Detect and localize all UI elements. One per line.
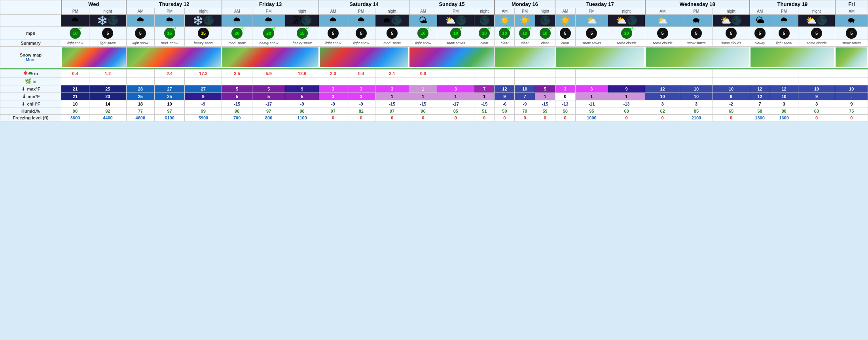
- icon-cell-5: 🌨: [222, 15, 252, 27]
- wind-badge-24: ↩5: [779, 28, 790, 39]
- snow-map-row: Snow mapMore: [0, 47, 868, 68]
- summary-cell-14: clear: [495, 40, 515, 47]
- data-cell-22: -2: [713, 100, 750, 108]
- data-cell-25: 10: [798, 85, 835, 93]
- data-cell-15: -9: [515, 100, 535, 108]
- data-cell-18: 1: [575, 93, 608, 100]
- data-cell-7: 12.6: [285, 70, 319, 77]
- data-cell-4: 5900: [185, 115, 222, 121]
- data-cell-17: 58: [555, 108, 575, 115]
- wind-value-21: 5: [695, 31, 697, 36]
- data-cell-13: 51: [474, 108, 495, 115]
- data-cell-10: -15: [375, 100, 409, 108]
- data-cell-21: 10: [680, 93, 713, 100]
- data-cell-2: -: [126, 70, 154, 77]
- wind-arrow-19: ↩: [630, 26, 633, 30]
- data-cell-24: -: [770, 77, 798, 85]
- wind-badge-18: ↩5: [586, 28, 597, 39]
- period-2-2: night: [285, 8, 319, 15]
- data-cell-12: 3: [437, 85, 474, 93]
- data-cell-12: -: [437, 77, 474, 85]
- day-header-3: Saturday 14: [319, 0, 409, 8]
- weather-icon-26: 🌧: [836, 15, 867, 26]
- wind-value-14: 10: [502, 31, 507, 36]
- wind-arrow-12: ↩: [459, 26, 462, 30]
- day-header-5: Monday 16: [495, 0, 555, 8]
- data-cell-6: 800: [252, 115, 285, 121]
- snow-map-cell-0: [61, 47, 127, 68]
- data-cell-19: 9: [608, 85, 645, 93]
- data-cell-22: 65: [713, 108, 750, 115]
- snow-map-cell-1: [126, 47, 222, 68]
- data-cell-19: 68: [608, 108, 645, 115]
- data-cell-25: -: [798, 77, 835, 85]
- wind-value-12: 10: [453, 31, 458, 36]
- data-cell-6: -: [252, 77, 285, 85]
- weather-icon-24: 🌨: [771, 15, 798, 26]
- data-cell-3: 10: [154, 100, 185, 108]
- weather-icon-19: ⛅🌑: [608, 15, 644, 26]
- data-cell-3: 6100: [154, 115, 185, 121]
- weather-icon-13: 🌑: [475, 15, 494, 26]
- period-1-0: AM: [126, 8, 154, 15]
- day-header-9: Fri: [835, 0, 868, 8]
- day-header-8: Thursday 19: [750, 0, 835, 8]
- data-cell-23: -: [750, 70, 770, 77]
- data-cell-20: 62: [645, 108, 680, 115]
- icon-cell-16: 🌑: [535, 15, 555, 27]
- weather-icon-14: ☀️: [495, 15, 514, 26]
- data-cell-19: -13: [608, 100, 645, 108]
- period-6-2: night: [608, 8, 645, 15]
- icon-cell-14: ☀️: [495, 15, 515, 27]
- period-7-0: AM: [645, 8, 680, 15]
- wind-cell-14: ↩10: [495, 27, 515, 40]
- wind-cell-16: ↩10: [535, 27, 555, 40]
- data-cell-26: 75: [835, 108, 868, 115]
- wind-cell-13: ↩10: [474, 27, 495, 40]
- data-cell-12: -: [437, 70, 474, 77]
- wind-badge-8: ↩5: [328, 28, 339, 39]
- data-cell-13: -: [474, 70, 495, 77]
- wind-arrow-18: ↩: [595, 26, 598, 30]
- weather-icon-7: ⛈🌑: [286, 15, 318, 26]
- data-cell-20: 12: [645, 85, 680, 93]
- icon-cell-8: 🌨: [319, 15, 347, 27]
- wind-cell-12: ↩10: [437, 27, 474, 40]
- data-cell-19: -: [608, 70, 645, 77]
- data-cell-14: -: [495, 77, 515, 85]
- data-cell-22: 0: [713, 115, 750, 121]
- wind-cell-23: ↩5: [750, 27, 770, 40]
- icon-cell-7: ⛈🌑: [285, 15, 319, 27]
- wind-arrow-5: ↩: [240, 26, 243, 30]
- data-cell-17: -: [555, 70, 575, 77]
- data-cell-18: 1000: [575, 115, 608, 121]
- icon-cell-1: ❄️🌑: [89, 15, 126, 27]
- wind-cell-15: ↩10: [515, 27, 535, 40]
- data-row-label: 🌡 chill°F: [0, 100, 61, 108]
- wind-badge-15: ↩10: [519, 28, 530, 39]
- data-cell-1: 1.2: [89, 70, 126, 77]
- data-cell-14: 0: [495, 115, 515, 121]
- data-cell-16: -15: [535, 100, 555, 108]
- data-cell-22: 9: [713, 93, 750, 100]
- data-cell-19: 1: [608, 93, 645, 100]
- snow-map-more-link[interactable]: More: [26, 58, 36, 62]
- icon-cell-10: 🌧🌑: [375, 15, 409, 27]
- data-cell-13: 0: [474, 115, 495, 121]
- day-header-4: Sunday 15: [409, 0, 495, 8]
- data-cell-2: 18: [126, 100, 154, 108]
- data-cell-5: 5: [222, 93, 252, 100]
- wind-badge-4: ↩35: [198, 28, 209, 39]
- data-cell-4: 99: [185, 108, 222, 115]
- data-cell-26: 9: [835, 100, 868, 108]
- wind-arrow-17: ↩: [569, 26, 572, 30]
- wind-badge-10: ↩5: [387, 28, 398, 39]
- summary-cell-5: mod. snow: [222, 40, 252, 47]
- period-col-header: [0, 8, 61, 15]
- wind-arrow-26: ↩: [855, 26, 858, 30]
- data-cell-9: 3: [347, 93, 375, 100]
- data-cell-5: 3.5: [222, 70, 252, 77]
- summary-cell-25: some clouds: [798, 40, 835, 47]
- weather-icon-15: ☀️: [515, 15, 534, 26]
- snow-map-cell-6: [555, 47, 645, 68]
